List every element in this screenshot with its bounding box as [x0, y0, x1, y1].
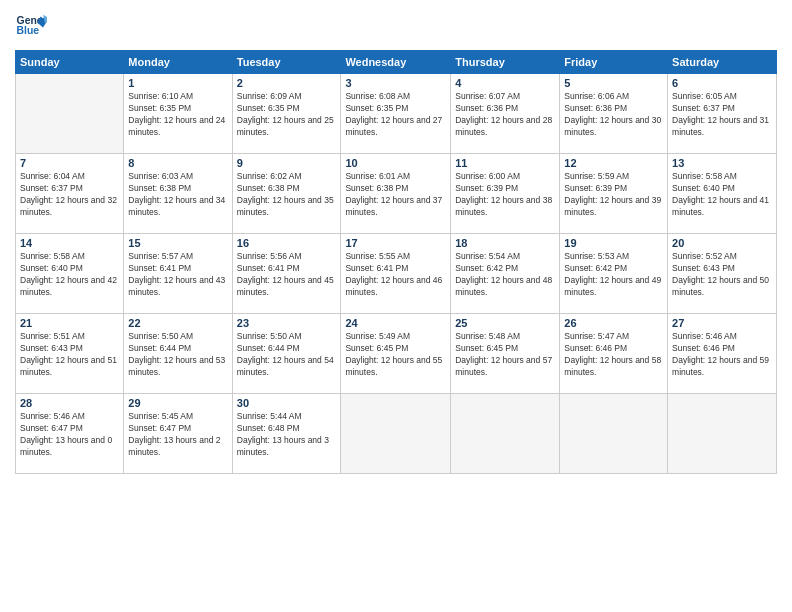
daylight-label: Daylight: 12 hours and 58 minutes. [564, 355, 661, 377]
calendar-week-2: 14 Sunrise: 5:58 AM Sunset: 6:40 PM Dayl… [16, 234, 777, 314]
daylight-label: Daylight: 12 hours and 59 minutes. [672, 355, 769, 377]
day-info: Sunrise: 5:50 AM Sunset: 6:44 PM Dayligh… [237, 331, 337, 379]
day-info: Sunrise: 6:09 AM Sunset: 6:35 PM Dayligh… [237, 91, 337, 139]
day-number: 29 [128, 397, 227, 409]
day-info: Sunrise: 5:47 AM Sunset: 6:46 PM Dayligh… [564, 331, 663, 379]
day-number: 16 [237, 237, 337, 249]
calendar-cell: 4 Sunrise: 6:07 AM Sunset: 6:36 PM Dayli… [451, 74, 560, 154]
svg-text:Blue: Blue [17, 25, 40, 36]
sunrise-label: Sunrise: 5:46 AM [20, 411, 85, 421]
sunset-label: Sunset: 6:42 PM [564, 263, 627, 273]
daylight-label: Daylight: 12 hours and 55 minutes. [345, 355, 442, 377]
calendar-cell: 3 Sunrise: 6:08 AM Sunset: 6:35 PM Dayli… [341, 74, 451, 154]
sunset-label: Sunset: 6:38 PM [237, 183, 300, 193]
day-info: Sunrise: 5:48 AM Sunset: 6:45 PM Dayligh… [455, 331, 555, 379]
day-info: Sunrise: 5:59 AM Sunset: 6:39 PM Dayligh… [564, 171, 663, 219]
day-number: 14 [20, 237, 119, 249]
day-info: Sunrise: 5:49 AM Sunset: 6:45 PM Dayligh… [345, 331, 446, 379]
day-number: 7 [20, 157, 119, 169]
daylight-label: Daylight: 12 hours and 38 minutes. [455, 195, 552, 217]
calendar-cell: 12 Sunrise: 5:59 AM Sunset: 6:39 PM Dayl… [560, 154, 668, 234]
daylight-label: Daylight: 12 hours and 32 minutes. [20, 195, 117, 217]
sunrise-label: Sunrise: 5:46 AM [672, 331, 737, 341]
sunset-label: Sunset: 6:40 PM [20, 263, 83, 273]
calendar-cell: 25 Sunrise: 5:48 AM Sunset: 6:45 PM Dayl… [451, 314, 560, 394]
sunset-label: Sunset: 6:38 PM [128, 183, 191, 193]
sunrise-label: Sunrise: 5:53 AM [564, 251, 629, 261]
calendar-cell: 20 Sunrise: 5:52 AM Sunset: 6:43 PM Dayl… [668, 234, 777, 314]
sunrise-label: Sunrise: 5:58 AM [20, 251, 85, 261]
col-sunday: Sunday [16, 51, 124, 74]
sunrise-label: Sunrise: 5:50 AM [237, 331, 302, 341]
calendar-cell: 2 Sunrise: 6:09 AM Sunset: 6:35 PM Dayli… [232, 74, 341, 154]
day-number: 10 [345, 157, 446, 169]
calendar-cell: 15 Sunrise: 5:57 AM Sunset: 6:41 PM Dayl… [124, 234, 232, 314]
day-number: 20 [672, 237, 772, 249]
calendar-table: Sunday Monday Tuesday Wednesday Thursday… [15, 50, 777, 474]
sunrise-label: Sunrise: 5:45 AM [128, 411, 193, 421]
day-number: 25 [455, 317, 555, 329]
sunrise-label: Sunrise: 5:49 AM [345, 331, 410, 341]
day-info: Sunrise: 5:55 AM Sunset: 6:41 PM Dayligh… [345, 251, 446, 299]
day-info: Sunrise: 5:45 AM Sunset: 6:47 PM Dayligh… [128, 411, 227, 459]
day-number: 2 [237, 77, 337, 89]
sunset-label: Sunset: 6:47 PM [128, 423, 191, 433]
calendar-cell: 16 Sunrise: 5:56 AM Sunset: 6:41 PM Dayl… [232, 234, 341, 314]
calendar-cell: 14 Sunrise: 5:58 AM Sunset: 6:40 PM Dayl… [16, 234, 124, 314]
day-info: Sunrise: 5:54 AM Sunset: 6:42 PM Dayligh… [455, 251, 555, 299]
calendar-body: 1 Sunrise: 6:10 AM Sunset: 6:35 PM Dayli… [16, 74, 777, 474]
sunset-label: Sunset: 6:43 PM [20, 343, 83, 353]
sunrise-label: Sunrise: 6:09 AM [237, 91, 302, 101]
day-info: Sunrise: 5:58 AM Sunset: 6:40 PM Dayligh… [672, 171, 772, 219]
sunset-label: Sunset: 6:46 PM [672, 343, 735, 353]
daylight-label: Daylight: 12 hours and 57 minutes. [455, 355, 552, 377]
sunset-label: Sunset: 6:48 PM [237, 423, 300, 433]
sunrise-label: Sunrise: 5:48 AM [455, 331, 520, 341]
daylight-label: Daylight: 12 hours and 28 minutes. [455, 115, 552, 137]
daylight-label: Daylight: 12 hours and 53 minutes. [128, 355, 225, 377]
daylight-label: Daylight: 12 hours and 31 minutes. [672, 115, 769, 137]
day-info: Sunrise: 5:50 AM Sunset: 6:44 PM Dayligh… [128, 331, 227, 379]
sunrise-label: Sunrise: 6:03 AM [128, 171, 193, 181]
daylight-label: Daylight: 12 hours and 37 minutes. [345, 195, 442, 217]
col-wednesday: Wednesday [341, 51, 451, 74]
calendar-cell: 23 Sunrise: 5:50 AM Sunset: 6:44 PM Dayl… [232, 314, 341, 394]
sunset-label: Sunset: 6:41 PM [128, 263, 191, 273]
day-number: 6 [672, 77, 772, 89]
day-number: 5 [564, 77, 663, 89]
day-info: Sunrise: 5:56 AM Sunset: 6:41 PM Dayligh… [237, 251, 337, 299]
day-info: Sunrise: 5:51 AM Sunset: 6:43 PM Dayligh… [20, 331, 119, 379]
col-monday: Monday [124, 51, 232, 74]
day-number: 28 [20, 397, 119, 409]
day-number: 1 [128, 77, 227, 89]
day-number: 18 [455, 237, 555, 249]
daylight-label: Daylight: 13 hours and 3 minutes. [237, 435, 329, 457]
calendar-cell [668, 394, 777, 474]
day-info: Sunrise: 5:52 AM Sunset: 6:43 PM Dayligh… [672, 251, 772, 299]
daylight-label: Daylight: 12 hours and 39 minutes. [564, 195, 661, 217]
day-info: Sunrise: 6:10 AM Sunset: 6:35 PM Dayligh… [128, 91, 227, 139]
sunset-label: Sunset: 6:43 PM [672, 263, 735, 273]
col-saturday: Saturday [668, 51, 777, 74]
day-number: 4 [455, 77, 555, 89]
sunrise-label: Sunrise: 6:07 AM [455, 91, 520, 101]
calendar-cell: 9 Sunrise: 6:02 AM Sunset: 6:38 PM Dayli… [232, 154, 341, 234]
day-info: Sunrise: 5:53 AM Sunset: 6:42 PM Dayligh… [564, 251, 663, 299]
daylight-label: Daylight: 12 hours and 51 minutes. [20, 355, 117, 377]
calendar-cell [341, 394, 451, 474]
col-thursday: Thursday [451, 51, 560, 74]
calendar-cell: 21 Sunrise: 5:51 AM Sunset: 6:43 PM Dayl… [16, 314, 124, 394]
day-number: 13 [672, 157, 772, 169]
day-info: Sunrise: 6:07 AM Sunset: 6:36 PM Dayligh… [455, 91, 555, 139]
daylight-label: Daylight: 12 hours and 42 minutes. [20, 275, 117, 297]
calendar-week-0: 1 Sunrise: 6:10 AM Sunset: 6:35 PM Dayli… [16, 74, 777, 154]
logo: General Blue [15, 10, 51, 42]
daylight-label: Daylight: 12 hours and 41 minutes. [672, 195, 769, 217]
sunset-label: Sunset: 6:41 PM [237, 263, 300, 273]
day-info: Sunrise: 5:57 AM Sunset: 6:41 PM Dayligh… [128, 251, 227, 299]
daylight-label: Daylight: 12 hours and 48 minutes. [455, 275, 552, 297]
day-number: 23 [237, 317, 337, 329]
calendar-cell [451, 394, 560, 474]
daylight-label: Daylight: 12 hours and 54 minutes. [237, 355, 334, 377]
weekday-row: Sunday Monday Tuesday Wednesday Thursday… [16, 51, 777, 74]
